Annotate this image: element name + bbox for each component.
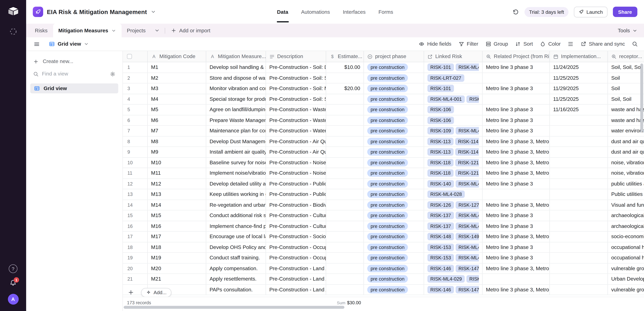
cell-date[interactable]: 11/16/2025 [550, 104, 608, 115]
cell-phase[interactable]: pre construction [364, 221, 424, 231]
cell-description[interactable]: Pre-Construction - Noise &... [266, 158, 326, 168]
cell-related[interactable] [482, 274, 550, 284]
linked-record-chip[interactable]: RISK-ML4-001 [456, 64, 479, 71]
cell-related[interactable]: Metro line 3 phase 3 [482, 126, 550, 136]
cell-estimate[interactable] [326, 210, 364, 220]
cell-description[interactable]: Pre-Construction - Land Ac... [266, 284, 326, 295]
cell-receptor[interactable]: Public utilities a... [608, 189, 644, 200]
cell-risks[interactable]: RISK-126RISK-127RISK- [424, 200, 482, 210]
cell-date[interactable] [550, 178, 608, 189]
cell-estimate[interactable] [326, 221, 364, 231]
cell-description[interactable]: Pre-Construction - Soil: Mo... [266, 84, 326, 94]
cell-risks[interactable]: RISK-113RISK-114RISK-I [424, 147, 482, 157]
cell-estimate[interactable] [326, 263, 364, 274]
linked-record-chip[interactable]: RISK-ML4-001 [428, 96, 465, 103]
column-header-related[interactable]: Related Project (from Ri... [482, 51, 550, 62]
cell-receptor[interactable]: Soil [608, 84, 644, 94]
cell-risks[interactable]: RISK-101 [424, 84, 482, 94]
help-button[interactable]: ? [9, 264, 18, 273]
cell-phase[interactable]: pre construction [364, 84, 424, 94]
cell-measure[interactable]: Develop OHS Policy and E... [206, 242, 266, 252]
color-button[interactable]: Color [540, 41, 561, 47]
cell-description[interactable]: Pre-Construction - Cultural... [266, 210, 326, 220]
cell-estimate[interactable] [326, 284, 364, 295]
cell-phase[interactable]: pre construction [364, 168, 424, 178]
toolbar-search-button[interactable] [632, 41, 638, 47]
linked-record-chip[interactable]: RISK-137 [428, 222, 454, 230]
row-number[interactable]: 7 [123, 126, 148, 136]
cell-code[interactable]: M19 [148, 253, 206, 263]
cell-related[interactable] [482, 94, 550, 104]
cell-date[interactable] [550, 232, 608, 242]
cell-description[interactable]: Pre-Construction - Soil: Sto... [266, 73, 326, 83]
cell-measure[interactable]: Implement chance-find pro... [206, 221, 266, 231]
cell-description[interactable]: Pre-Construction - Public U... [266, 189, 326, 200]
row-number[interactable]: 17 [123, 232, 148, 242]
linked-record-chip[interactable]: RISK-114 [455, 148, 479, 156]
cell-measure[interactable]: Develop detailed utility an... [206, 178, 266, 189]
cell-risks[interactable]: RISK-146RISK-147RISK-I [424, 284, 482, 295]
hide-fields-button[interactable]: Hide fields [419, 41, 451, 47]
column-header-measure[interactable]: AMitigation Measure... [206, 51, 266, 62]
cell-phase[interactable]: pre construction [364, 94, 424, 104]
cell-measure[interactable]: Apply compensation. [206, 263, 266, 274]
row-number[interactable]: 4 [123, 94, 148, 104]
cell-phase[interactable]: pre construction [364, 274, 424, 284]
cell-date[interactable] [550, 221, 608, 231]
row-number[interactable]: 14 [123, 200, 148, 210]
add-with-ai-button[interactable]: Add... [141, 288, 172, 297]
cell-code[interactable]: M9 [148, 147, 206, 157]
table-tab-risks[interactable]: Risks [30, 24, 53, 38]
linked-record-chip[interactable]: RISK-153 [428, 244, 454, 251]
cell-related[interactable]: Metro line 3 phase 3, Metro lin... [482, 263, 550, 274]
base-menu-chevron[interactable] [151, 9, 156, 14]
linked-record-chip[interactable]: RISK-106 [428, 116, 454, 124]
linked-record-chip[interactable]: RISK-127 [456, 201, 479, 208]
cell-date[interactable] [550, 284, 608, 295]
cell-phase[interactable]: pre construction [364, 158, 424, 168]
vertical-scrollbar[interactable] [640, 64, 643, 132]
cell-receptor[interactable]: noise, vibration, ... [608, 158, 644, 168]
cell-measure[interactable]: Implement noise/vibration ... [206, 168, 266, 178]
cell-receptor[interactable]: socio-economic ... [608, 232, 644, 242]
cell-phase[interactable]: pre construction [364, 178, 424, 189]
linked-record-chip[interactable]: RISK-ML4-005 [456, 127, 479, 134]
cell-risks[interactable]: RISK-146RISK-147RISK-I [424, 263, 482, 274]
table-list-chevron[interactable] [151, 24, 163, 38]
cell-date[interactable]: 11/25/2025 [550, 94, 608, 104]
cell-risks[interactable]: RISK-137RISK-ML4-035 [424, 210, 482, 220]
cell-receptor[interactable]: vulnerable grou... [608, 284, 644, 295]
cell-phase[interactable]: pre construction [364, 126, 424, 136]
cell-description[interactable]: Pre-Construction - Air Qual... [266, 147, 326, 157]
cell-related[interactable]: Metro line 3 phase 3 [482, 62, 550, 72]
cell-description[interactable]: Pre-Construction - Air Qual... [266, 136, 326, 146]
linked-record-chip[interactable]: RISK-106 [428, 106, 454, 113]
cell-receptor[interactable]: Soil, Soil, Soil [608, 62, 644, 72]
cell-related[interactable]: Metro line 3 phase 3, Metro lin... [482, 232, 550, 242]
cell-code[interactable]: M15 [148, 210, 206, 220]
cell-measure[interactable]: Prepare Waste Manageme... [206, 115, 266, 125]
linked-record-chip[interactable]: RISK-109 [428, 127, 454, 134]
cell-estimate[interactable] [326, 168, 364, 178]
notifications-button[interactable]: 1 [10, 279, 16, 288]
cell-estimate[interactable]: $10.00 [326, 62, 364, 72]
row-number[interactable]: 2 [123, 73, 148, 83]
cell-related[interactable] [482, 73, 550, 83]
user-avatar[interactable]: A [8, 294, 18, 305]
cell-receptor[interactable]: noise, vibration, ... [608, 168, 644, 178]
toolbar-row-height-button[interactable] [568, 41, 574, 47]
column-header-code[interactable]: AMitigation Code [148, 51, 206, 62]
cell-measure[interactable]: PAPs consultation. [206, 284, 266, 295]
cell-related[interactable]: Metro line 3 phase 3, Metro lin... [482, 158, 550, 168]
nav-item-interfaces[interactable]: Interfaces [342, 7, 366, 16]
cell-risks[interactable]: RISK-118RISK-121RISK- [424, 158, 482, 168]
cell-phase[interactable]: pre construction [364, 189, 424, 200]
cell-estimate[interactable] [326, 178, 364, 189]
cell-measure[interactable]: Conduct additional risk stu... [206, 210, 266, 220]
cell-related[interactable]: Metro line 3 phase 3 [482, 242, 550, 252]
cell-receptor[interactable]: waste and hazar... [608, 104, 644, 115]
cell-phase[interactable]: pre construction [364, 242, 424, 252]
cell-receptor[interactable]: dust and air qual... [608, 136, 644, 146]
linked-record-chip[interactable]: RISK-118 [428, 159, 454, 166]
column-header-phase[interactable]: project phase [364, 51, 424, 62]
